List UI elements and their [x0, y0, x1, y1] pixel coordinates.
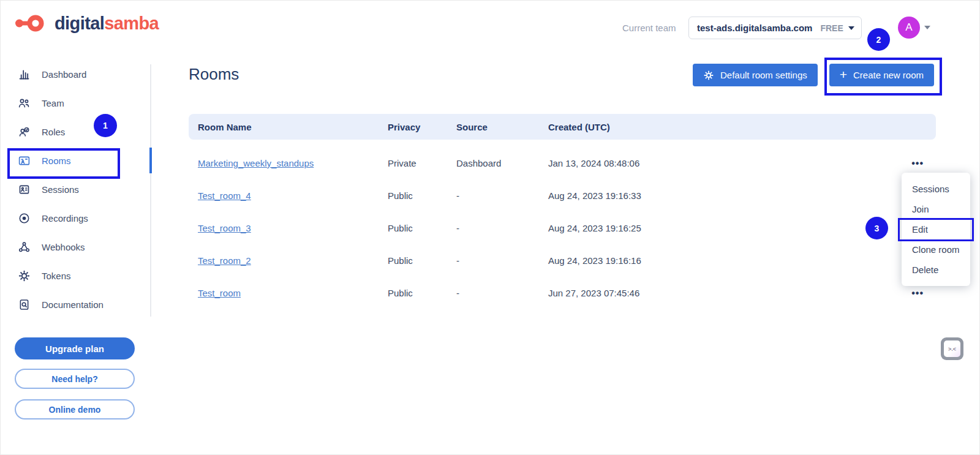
sidebar-item-team[interactable]: Team: [0, 89, 150, 118]
annotation-badge-2: 2: [867, 28, 890, 51]
created-cell: Aug 24, 2023 19:16:25: [548, 223, 744, 233]
rooms-table: Room Name Privacy Source Created (UTC) M…: [189, 114, 936, 309]
sidebar-item-label: Recordings: [42, 213, 88, 224]
sidebar-item-rooms[interactable]: Rooms: [0, 146, 150, 175]
avatar-chevron-down-icon[interactable]: [924, 26, 930, 29]
team-name: test-ads.digitalsamba.com: [697, 23, 812, 33]
menu-item-delete[interactable]: Delete: [902, 260, 970, 280]
created-cell: Jan 13, 2024 08:48:06: [548, 158, 744, 168]
room-name-link[interactable]: Test_room: [198, 288, 241, 298]
source-cell: -: [456, 288, 548, 298]
created-cell: Jun 27, 2023 07:45:46: [548, 288, 744, 298]
sidebar-item-label: Webhooks: [42, 242, 85, 252]
table-row: Test_room_2 Public - Aug 24, 2023 19:16:…: [189, 244, 936, 277]
privacy-cell: Public: [388, 255, 456, 266]
sidebar-item-label: Rooms: [42, 156, 71, 166]
gear-icon: [17, 269, 31, 283]
column-header-room-name[interactable]: Room Name: [198, 122, 388, 132]
sidebar-item-webhooks[interactable]: Webhooks: [0, 233, 150, 261]
bar-chart-icon: [17, 68, 31, 81]
sidebar-active-indicator: [149, 148, 152, 173]
sidebar-item-label: Sessions: [42, 184, 79, 195]
table-body: Marketing_weekly_standups Private Dashbo…: [189, 147, 936, 309]
sidebar-item-tokens[interactable]: Tokens: [0, 261, 150, 290]
need-help-button[interactable]: Need help?: [15, 369, 135, 389]
sidebar-item-label: Team: [42, 98, 64, 108]
privacy-cell: Private: [388, 158, 456, 168]
feedback-widget-button[interactable]: >.<: [941, 337, 963, 360]
sidebar-item-documentation[interactable]: Documentation: [0, 290, 150, 319]
annotation-badge-1: 1: [94, 114, 117, 137]
column-header-source[interactable]: Source: [456, 122, 548, 132]
privacy-cell: Public: [388, 190, 456, 201]
online-demo-button[interactable]: Online demo: [15, 399, 135, 419]
menu-item-clone-room[interactable]: Clone room: [902, 239, 970, 260]
menu-item-join[interactable]: Join: [902, 199, 970, 219]
sidebar-item-sessions[interactable]: Sessions: [0, 175, 150, 204]
column-header-created[interactable]: Created (UTC): [548, 122, 744, 132]
plus-icon: +: [840, 68, 847, 81]
sidebar-item-label: Roles: [42, 127, 65, 137]
chevron-down-icon: [848, 26, 854, 30]
sidebar-item-label: Tokens: [42, 271, 71, 281]
sidebar: Dashboard Team Roles Rooms: [0, 60, 150, 319]
plan-badge: FREE: [820, 23, 843, 33]
menu-item-edit[interactable]: Edit: [902, 219, 970, 239]
source-cell: -: [456, 255, 548, 266]
brand-name: digitalsamba: [55, 13, 159, 34]
sessions-icon: [17, 183, 31, 197]
create-new-room-button[interactable]: + Create new room: [829, 64, 934, 86]
digitalsamba-logo-icon: [15, 12, 48, 34]
source-cell: Dashboard: [456, 158, 548, 168]
row-actions-ellipsis-icon[interactable]: •••: [744, 288, 936, 299]
gear-icon: [703, 70, 714, 81]
brand-logo[interactable]: digitalsamba: [15, 12, 159, 34]
roles-icon: [17, 126, 31, 139]
current-team-label: Current team: [622, 23, 676, 33]
team-selector[interactable]: test-ads.digitalsamba.com FREE: [688, 17, 862, 39]
table-row: Test_room_4 Public - Aug 24, 2023 19:16:…: [189, 179, 936, 212]
menu-item-sessions[interactable]: Sessions: [902, 179, 970, 199]
sidebar-item-recordings[interactable]: Recordings: [0, 204, 150, 233]
room-name-link[interactable]: Test_room_2: [198, 255, 251, 266]
room-name-link[interactable]: Test_room_4: [198, 190, 251, 201]
recordings-icon: [17, 212, 31, 225]
annotation-badge-3: 3: [865, 217, 888, 239]
privacy-cell: Public: [388, 223, 456, 233]
source-cell: -: [456, 190, 548, 201]
sidebar-item-label: Dashboard: [42, 69, 86, 80]
upgrade-plan-button[interactable]: Upgrade plan: [15, 337, 135, 359]
row-context-menu: Sessions Join Edit Clone room Delete: [902, 173, 970, 286]
created-cell: Aug 24, 2023 19:16:16: [548, 255, 744, 266]
created-cell: Aug 24, 2023 19:16:33: [548, 190, 744, 201]
room-name-link[interactable]: Test_room_3: [198, 223, 251, 233]
sidebar-divider: [150, 64, 151, 317]
room-name-link[interactable]: Marketing_weekly_standups: [198, 158, 314, 168]
avatar[interactable]: A: [898, 17, 920, 39]
row-actions-ellipsis-icon[interactable]: •••: [744, 158, 936, 169]
face-icon: >.<: [944, 340, 960, 357]
default-room-settings-button[interactable]: Default room settings: [693, 64, 818, 86]
toolbar: Default room settings + Create new room: [693, 64, 934, 86]
team-icon: [17, 97, 31, 110]
page-title: Rooms: [189, 65, 239, 84]
sidebar-item-dashboard[interactable]: Dashboard: [0, 60, 150, 89]
sidebar-item-label: Documentation: [42, 299, 104, 310]
rooms-icon: [17, 154, 31, 168]
privacy-cell: Public: [388, 288, 456, 298]
column-header-privacy[interactable]: Privacy: [388, 122, 456, 132]
table-header-row: Room Name Privacy Source Created (UTC): [189, 114, 936, 140]
table-row: Test_room_3 Public - Aug 24, 2023 19:16:…: [189, 212, 936, 244]
source-cell: -: [456, 223, 548, 233]
table-row: Marketing_weekly_standups Private Dashbo…: [189, 147, 936, 179]
sidebar-item-roles[interactable]: Roles: [0, 118, 150, 146]
webhooks-icon: [17, 241, 31, 254]
table-row: Test_room Public - Jun 27, 2023 07:45:46…: [189, 277, 936, 309]
doc-search-icon: [17, 298, 31, 312]
